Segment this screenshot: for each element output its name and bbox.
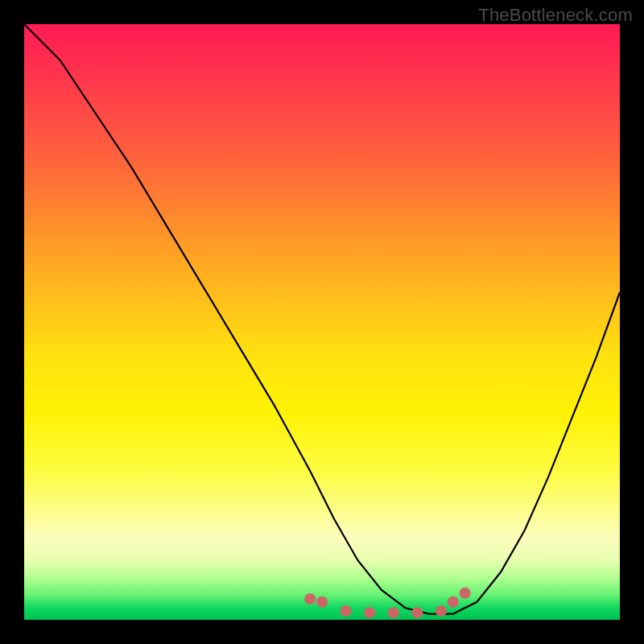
optimal-dot — [460, 588, 471, 599]
chart-frame: TheBottleneck.com — [0, 0, 644, 644]
optimal-zone-dots — [304, 588, 470, 618]
optimal-dot — [436, 605, 447, 617]
optimal-dot — [448, 597, 459, 608]
optimal-dot — [341, 605, 352, 617]
optimal-dot — [304, 593, 316, 605]
curve-svg — [24, 24, 620, 620]
optimal-dot — [316, 597, 328, 608]
bottleneck-curve — [24, 24, 620, 614]
optimal-dot — [388, 607, 399, 618]
optimal-dot — [411, 607, 423, 618]
watermark-text: TheBottleneck.com — [478, 5, 633, 26]
optimal-dot — [364, 607, 375, 618]
plot-area — [24, 24, 620, 620]
